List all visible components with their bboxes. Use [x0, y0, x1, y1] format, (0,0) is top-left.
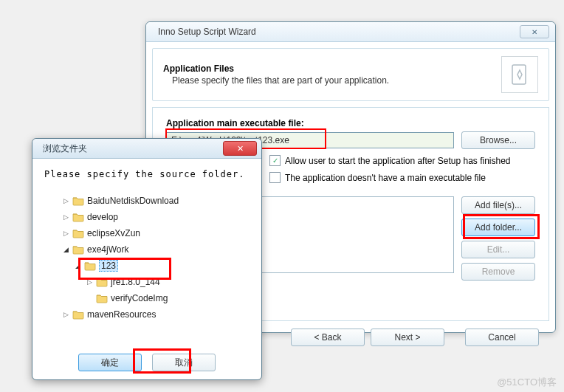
watermark: @51CTO博客 [497, 376, 557, 389]
wizard-header-text: Application Files Please specify the fil… [163, 63, 494, 86]
checkbox-start-after-label: Allow user to start the application afte… [285, 156, 511, 166]
tree-item-label: 123 [99, 260, 118, 272]
edit-button[interactable]: Edit... [461, 241, 535, 258]
arrow-closed-icon[interactable]: ▷ [62, 197, 69, 204]
svg-rect-0 [512, 65, 526, 84]
tree-item[interactable]: ▷jre1.8.0_144 [44, 274, 250, 290]
next-button[interactable]: Next > [371, 329, 444, 346]
folder-icon [96, 293, 108, 303]
tree-item-label: BaiduNetdiskDownload [87, 196, 179, 206]
arrow-closed-icon[interactable]: ▷ [62, 230, 69, 237]
close-icon: ✕ [237, 144, 244, 154]
checkbox-no-exe[interactable] [269, 172, 281, 183]
add-files-button[interactable]: Add file(s)... [461, 196, 535, 214]
wizard-close-button[interactable]: ✕ [520, 25, 549, 38]
add-folder-button[interactable]: Add folder... [461, 219, 535, 236]
folder-icon [72, 212, 84, 222]
folder-icon [72, 244, 84, 255]
tree-item[interactable]: verifyCodeImg [44, 290, 250, 306]
tree-item-label: mavenResources [87, 309, 156, 320]
tree-item[interactable]: ▷mavenResources [44, 306, 250, 323]
tree-item[interactable]: ◢123 [44, 258, 250, 274]
browse-cancel-button[interactable]: 取消 [152, 354, 216, 371]
checkbox-start-after[interactable]: ✓ [269, 155, 281, 166]
wizard-title: Inno Setup Script Wizard [152, 27, 520, 37]
folder-tree[interactable]: ▷BaiduNetdiskDownload▷develop▷eclipseXvZ… [44, 190, 250, 340]
tree-item-label: verifyCodeImg [111, 293, 168, 303]
wizard-header-title: Application Files [163, 63, 494, 74]
folder-icon [72, 228, 84, 238]
tree-item-label: develop [87, 212, 118, 222]
browse-prompt: Please specify the source folder. [44, 169, 250, 179]
folder-icon [96, 277, 108, 287]
wizard-header-subtitle: Please specify the files that are part o… [163, 75, 494, 86]
browse-body: Please specify the source folder. ▷Baidu… [32, 159, 261, 348]
exe-label: Application main executable file: [166, 118, 535, 128]
arrow-open-icon[interactable]: ◢ [74, 262, 81, 269]
browse-folder-dialog: 浏览文件夹 ✕ Please specify the source folder… [32, 138, 262, 380]
browse-title: 浏览文件夹 [32, 142, 223, 155]
checkbox-no-exe-label: The application doesn't have a main exec… [285, 173, 486, 183]
arrow-closed-icon[interactable]: ▷ [86, 278, 93, 286]
tree-item[interactable]: ▷develop [44, 209, 250, 225]
tree-item[interactable]: ▷eclipseXvZun [44, 225, 250, 241]
arrow-closed-icon[interactable]: ▷ [62, 311, 69, 318]
folder-icon [84, 261, 96, 271]
tree-item-label: eclipseXvZun [87, 228, 140, 238]
folder-icon [72, 309, 84, 320]
tree-item[interactable]: ◢exe4jWork [44, 241, 250, 258]
arrow-open-icon[interactable]: ◢ [62, 246, 69, 253]
wizard-header: Application Files Please specify the fil… [152, 48, 549, 101]
browse-button[interactable]: Browse... [461, 131, 535, 149]
close-icon: ✕ [532, 28, 537, 36]
page-icon [501, 56, 538, 93]
tree-item-label: exe4jWork [87, 244, 128, 255]
folder-icon [72, 196, 84, 206]
arrow-none-icon [86, 295, 93, 302]
ok-button[interactable]: 确定 [78, 354, 142, 371]
tree-item[interactable]: ▷BaiduNetdiskDownload [44, 193, 250, 209]
cancel-button[interactable]: Cancel [465, 329, 539, 346]
browse-close-button[interactable]: ✕ [223, 141, 257, 156]
tree-item-label: jre1.8.0_144 [111, 277, 160, 287]
browse-footer: 确定 取消 [32, 348, 261, 380]
wizard-titlebar[interactable]: Inno Setup Script Wizard ✕ [146, 22, 555, 42]
back-button[interactable]: < Back [291, 329, 365, 346]
browse-titlebar[interactable]: 浏览文件夹 ✕ [32, 139, 261, 159]
remove-button[interactable]: Remove [461, 263, 535, 281]
arrow-closed-icon[interactable]: ▷ [62, 213, 69, 221]
